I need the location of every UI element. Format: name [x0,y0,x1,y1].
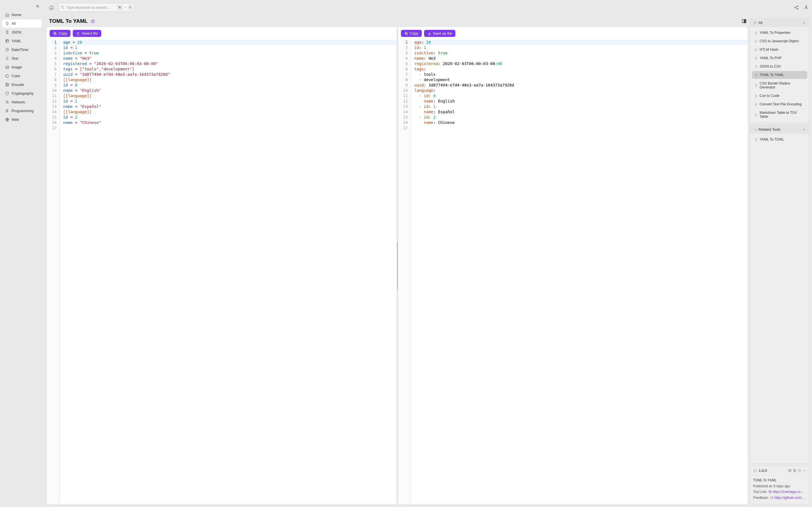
favorite-star-icon[interactable] [91,19,95,24]
input-editor[interactable]: 1234567891011121314151617 age = 26id = 1… [47,40,397,504]
tool-list-item[interactable]: Curl to Code [752,92,807,100]
wrench-icon [753,128,757,131]
code-line [63,125,397,131]
color-icon [5,74,9,78]
download-icon [427,32,432,36]
sidebar-item-cryptography[interactable]: Cryptography [2,89,42,98]
tool-list-item[interactable]: CSS Border Radius Generator [752,79,807,91]
related-tools-panel-header[interactable]: Related Tools [750,125,809,134]
sidebar-item-programming[interactable]: Programming [2,107,42,115]
save-file-button[interactable]: Save as file [424,30,455,37]
tool-header: TOML To YAML [47,15,748,27]
code-line: name = "Español" [63,104,397,109]
sidebar-item-web[interactable]: Web [2,115,42,124]
output-editor[interactable]: 1234567891011121314151617 age: 26id: 1is… [398,40,748,504]
copy-input-button[interactable]: Copy [50,30,70,37]
tool-list-item[interactable]: Convert Text File Encoding [752,100,807,108]
tool-list-item[interactable]: NTLM Hash [752,46,807,54]
sidebar-item-date-time[interactable]: Date/Time [2,46,42,54]
code-line: isActive = true [63,50,397,56]
right-sidebar: All YAML To PropertiesCSS to Javascript … [750,15,809,504]
select-file-button[interactable]: Select file [73,30,101,37]
sidebar-item-json[interactable]: JSON [2,28,42,36]
code-line: tags: [414,66,748,72]
copy-output-button[interactable]: Copy [401,30,422,37]
sidebar-item-all[interactable]: All [2,19,42,27]
code-line: - id: 2 [414,115,748,120]
tool-link[interactable]: https://t.he3app.co… [772,490,804,494]
sidebar-item-label: JSON [11,30,21,34]
web-icon [5,117,9,122]
yaml-icon [5,39,9,43]
sidebar-item-home[interactable]: Home [2,11,42,19]
collapse-sidebar-icon[interactable] [34,2,42,10]
sidebar-item-image[interactable]: Image [2,63,42,71]
panel-divider[interactable] [397,27,398,504]
code-line: - id: 1 [414,104,748,109]
feedback-link[interactable]: https://github.com/… [774,496,805,500]
related-tool-item[interactable]: YAML To TOML [752,135,807,144]
sidebar-item-label: Web [11,117,19,122]
share-icon[interactable] [794,5,799,10]
code-line: age = 26 [63,40,397,45]
code-line: name: Chinese [414,120,748,125]
feedback-label: Feedback: [753,496,769,500]
tool-list-item[interactable]: JSON to CSV [752,62,807,70]
tool-list-item[interactable]: YAML To Properties [752,29,807,37]
tool-list-item[interactable]: TOML To YAML [752,71,807,79]
code-line: name: English [414,99,748,104]
search-box[interactable]: ⌘ + K [59,3,135,11]
globe-icon[interactable] [793,469,797,472]
chevron-down-icon[interactable] [802,469,806,472]
info-panel: 1.0.0 TOML To YAML Published at: 6 days … [750,466,809,504]
editor-panels: Copy Select file 12345678910111213141516… [47,27,748,504]
sidebar-item-label: Programming [11,109,34,113]
input-panel: Copy Select file 12345678910111213141516… [47,27,397,504]
bell-icon [754,65,758,68]
all-tools-panel-header[interactable]: All [750,18,809,27]
tool-list-item[interactable]: YAML To PHP [752,54,807,62]
chevron-down-icon [802,128,806,131]
layout-toggle-icon[interactable] [742,18,747,24]
save-file-label: Save as file [433,31,452,36]
sidebar-item-text[interactable]: Text [2,54,42,62]
code-line: uuid: 3d877494-e7d4-48e3-aa7a-164373a792… [414,82,748,88]
sidebar-item-color[interactable]: Color [2,72,42,80]
sidebar: HomeAllJSONYAMLDate/TimeTextImageColorEn… [0,0,44,507]
sidebar-item-yaml[interactable]: YAML [2,37,42,45]
code-line: name: Español [414,109,748,115]
bell-icon [754,31,758,35]
code-line: name: He3 [414,56,748,61]
svg-point-6 [61,6,63,8]
bell-icon [754,83,758,87]
related-tool-item-label: YAML To TOML [760,137,784,142]
sidebar-item-network[interactable]: Network [2,98,42,106]
bell-icon [754,113,758,117]
code-line: name = "He3" [63,56,397,61]
sidebar-item-encode[interactable]: Encode [2,80,42,89]
svg-rect-4 [6,83,9,86]
sidebar-item-label: YAML [11,39,21,43]
bell-icon [754,138,758,142]
svg-rect-21 [790,471,791,472]
home-button[interactable] [47,3,55,11]
page-title: TOML To YAML [49,18,88,24]
home-icon [5,13,9,17]
qr-icon[interactable] [788,469,792,472]
user-icon[interactable] [804,5,809,10]
bell-icon [754,40,758,43]
chevron-down-icon [802,21,806,25]
bell-icon [754,56,758,60]
code-line: [[language]] [63,93,397,99]
code-line: [[language]] [63,109,397,115]
tool-list-item[interactable]: CSS to Javascript Object [752,37,807,45]
comment-icon [770,496,773,499]
all-tools-panel: All YAML To PropertiesCSS to Javascript … [750,18,809,122]
info-tool-name: TOML To YAML [753,477,806,483]
topbar: ⌘ + K [44,0,812,15]
check-circle-icon[interactable] [798,469,801,472]
output-panel: Copy Save as file 1234567891011121314151… [398,27,748,504]
json-icon [5,30,9,34]
search-input[interactable] [66,5,115,10]
tool-list-item[interactable]: Markdown Table to TSV Table [752,109,807,121]
